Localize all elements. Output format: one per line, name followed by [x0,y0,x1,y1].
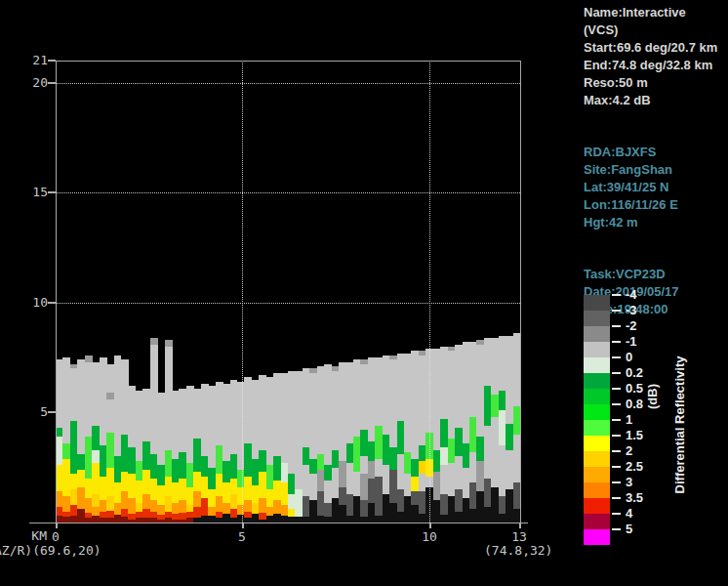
info-header-block: Name:Interactive(VCS)Start:69.6 deg/20.7… [584,4,728,109]
colorbar-tick-label: 3 [626,476,632,489]
colorbar-tick [612,356,621,358]
x-tick-label-10: 10 [410,529,449,544]
colorbar-tick-label: 2 [626,444,632,458]
info-text-line: Task:VCP23D [584,266,728,283]
start-coordinate-label: AZ/R)(69.6,20) [0,543,101,558]
colorbar-tick-label: 1 [626,413,632,427]
echo-segment [150,338,158,345]
colorbar-cell [584,357,610,373]
x-tick-label-13: 13 [500,529,539,544]
colorbar-tick-label: -2 [626,319,637,333]
h-gridline-10km [56,303,520,304]
colorbar-tick [612,325,621,327]
info-text-line: Reso:50 m [584,74,728,92]
colorbar-tick-label: 0.2 [626,366,643,380]
colorbar-tick [612,466,621,468]
info-text-line: Lat:39/41/25 N [584,179,728,196]
colorbar-tick [612,294,621,296]
y-tick-label-20: 20 [17,75,48,90]
info-text-line: Hgt:42 m [584,214,728,231]
info-text-line: Max:4.2 dB [584,92,728,109]
info-text-line: Lon:116/11/26 E [584,196,728,214]
colorbar-cell [584,404,610,420]
colorbar-tick-label: -3 [626,304,637,317]
y-tick-5 [48,411,56,413]
colorbar-tick [612,419,621,421]
info-panel: Name:Interactive(VCS)Start:69.6 deg/20.7… [584,4,728,318]
x-tick-0 [56,523,58,528]
colorbar-cell [584,482,610,498]
colorbar-cell [584,295,610,311]
echo-segment [85,356,93,362]
info-text-line: End:74.8 deg/32.8 km [584,57,728,74]
info-text-line: RDA:BJXFS [584,144,728,161]
y-tick-10 [48,302,56,304]
colorbar-tick [612,435,621,437]
plot-border-left [56,61,57,523]
y-tick-label-21: 21 [17,53,48,67]
h-gridline-15km [56,192,520,193]
info-text-line: Site:FangShan [584,161,728,179]
y-tick-20 [48,82,56,84]
colorbar-tick [612,497,621,499]
colorbar-tick [612,528,621,530]
vcs-radar-viewer: 212015105051013 KM AZ/R)(69.6,20) (74.8,… [0,0,728,586]
x-tick-13 [519,523,521,528]
plot-border-top [56,61,520,62]
colorbar-tick-label: 0.8 [626,398,643,411]
colorbar-title-label: Differential Reflectivity [672,356,687,494]
colorbar-cell [584,498,610,514]
x-axis-unit-label: KM [20,528,47,543]
x-axis-line [29,523,528,523]
colorbar-cell [584,451,610,467]
h-gridline-20km [56,83,520,84]
colorbar-cell [584,389,610,404]
info-site-block: RDA:BJXFSSite:FangShanLat:39/41/25 NLon:… [584,144,728,231]
colorbar-tick [612,513,621,515]
colorbar-cell [584,420,610,436]
colorbar-cell [584,467,610,482]
colorbar-tick [612,450,621,452]
y-tick-21 [48,60,56,62]
colorbar-tick [612,403,621,405]
colorbar-tick [612,481,621,483]
colorbar-tick-label: -1 [626,335,637,349]
plot-border-right [520,61,521,523]
colorbar-tick [612,388,621,390]
y-tick-label-10: 10 [17,295,48,310]
colorbar-tick-label: 0 [626,351,632,364]
colorbar-tick-label: 2.5 [626,460,643,474]
colorbar-cell [584,436,610,451]
colorbar-cell [584,373,610,389]
colorbar-tick-label: 0.5 [626,382,643,396]
colorbar-tick [612,372,621,374]
end-coordinate-label: (74.8,32) [484,543,552,558]
colorbar-cell [584,514,610,529]
colorbar-tick-label: 3.5 [626,491,643,505]
y-tick-15 [48,191,56,193]
info-text-line: Start:69.6 deg/20.7 km [584,39,728,57]
plot-area[interactable]: 212015105051013 [0,0,576,586]
y-tick-label-15: 15 [17,185,48,199]
v-gridline-10km [429,61,430,523]
x-tick-label-5: 5 [222,529,262,544]
colorbar-tick-label: -4 [626,288,637,302]
colorbar-cell [584,342,610,357]
info-text-line: Name:Interactive [584,4,728,21]
colorbar-cell [584,311,610,326]
colorbar-tick [612,310,621,312]
colorbar-cell [584,326,610,342]
echo-segment [165,340,173,347]
colorbar-tick [612,341,621,343]
colorbar-tick-label: 5 [626,523,632,536]
colorbar-unit-label: (dB) [645,384,660,409]
colorbar-tick-label: 1.5 [626,429,643,442]
colorbar-tick-label: 4 [626,507,632,521]
x-tick-10 [429,523,431,528]
info-text-line: (VCS) [584,21,728,39]
x-tick-5 [242,523,244,528]
v-gridline-5km [242,61,243,523]
y-tick-label-5: 5 [17,404,48,419]
colorbar-cell [584,529,610,545]
